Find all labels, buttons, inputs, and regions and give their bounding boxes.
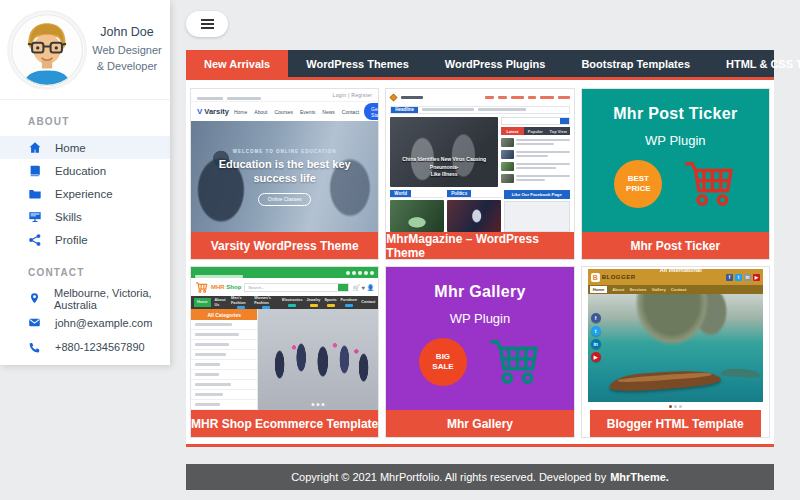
shop-nav-home: Home <box>194 298 211 307</box>
section-image <box>390 200 444 232</box>
contact-text: +880-1234567890 <box>55 341 145 353</box>
varsity-preview: Login | Register VVarsity HomeAboutCours… <box>191 89 378 232</box>
magazine-lower-sections: World Politics Like Our Facebook Page <box>390 190 569 232</box>
sidebar-item-home[interactable]: Home <box>0 136 170 159</box>
headline-badge: Headline <box>391 107 418 114</box>
profile-role-line1: Web Designer <box>92 42 162 59</box>
tab-wordpress-plugins[interactable]: WordPress Plugins <box>427 50 564 77</box>
copyright-text: Copyright © 2021 MhrPortfolio. All right… <box>291 471 606 483</box>
contact-location: Melbourne, Victoria, Australia <box>0 287 170 311</box>
phone-icon <box>28 340 42 354</box>
shopping-cart-icon <box>682 160 736 208</box>
varsity-topbar: Login | Register <box>191 89 378 102</box>
plugin-subheading: WP Plugin <box>450 311 510 326</box>
mhrmagazine-preview: Headline China Identifies New Virus Caus… <box>386 89 573 232</box>
tab-bootstrap-templates[interactable]: Bootstrap Templates <box>563 50 708 77</box>
shop-navbar: Home About Us Men's Fashion Women's Fash… <box>191 296 378 309</box>
varsity-headline: Education is the best keysuccess life <box>191 157 378 186</box>
big-sale-badge: BIGSALE <box>419 338 467 386</box>
tab-wordpress-themes[interactable]: WordPress Themes <box>288 50 427 77</box>
menu-button[interactable] <box>186 11 228 37</box>
card-title: Blogger HTML Template <box>590 410 761 437</box>
magazine-sidebar: Latest Popular Top View <box>501 117 570 186</box>
sidebar-item-experience[interactable]: Experience <box>0 182 170 205</box>
carousel-dots <box>312 403 325 406</box>
avatar-illustration <box>10 13 84 87</box>
section-image <box>447 200 501 232</box>
tab-html-css-templates[interactable]: HTML & CSS Templates <box>708 50 800 77</box>
blogger-logo: B BLOGGER <box>591 273 636 282</box>
magazine-featured-image: China Identifies New Virus Causing Pneum… <box>390 117 498 186</box>
varsity-get-started-button: Get Started <box>364 103 378 120</box>
floating-social-icons: f t in ▶ <box>591 313 601 362</box>
facebook-icon: f <box>726 274 733 281</box>
best-price-badge: BESTPRICE <box>614 160 662 208</box>
home-icon <box>28 141 42 155</box>
facebook-icon: f <box>591 313 601 323</box>
profile-role-line2: & Developer <box>92 58 162 75</box>
portfolio-card-mhr-shop[interactable]: MHR Shop Search... 🛒 ♥ 👤 Home About Us M… <box>190 266 379 438</box>
mhr-gallery-preview: Mhr Gallery WP Plugin BIGSALE <box>386 267 573 410</box>
shop-social-icons <box>346 271 374 275</box>
sidebar-item-label: Experience <box>55 188 113 200</box>
portfolio-grid: Login | Register VVarsity HomeAboutCours… <box>190 88 770 438</box>
folder-icon <box>28 187 42 201</box>
shop-logo-text: MHR Shop <box>211 284 241 290</box>
shop-header: MHR Shop Search... 🛒 ♥ 👤 <box>191 278 378 296</box>
magazine-facebook-widget: Like Our Facebook Page <box>504 190 570 232</box>
portfolio-panel: Login | Register VVarsity HomeAboutCours… <box>186 80 774 447</box>
magazine-logo-text <box>401 96 423 99</box>
card-title: Mhr Post Ticker <box>582 232 769 259</box>
sidebar-item-label: Home <box>55 142 86 154</box>
varsity-logo-icon: V <box>197 107 202 116</box>
carousel-dots <box>588 402 763 410</box>
blogger-hero-image: f t in ▶ <box>588 294 763 402</box>
sidebar-item-label: Skills <box>55 211 82 223</box>
magazine-tab-topview: Top View <box>547 127 570 135</box>
magazine-featured-caption: China Identifies New Virus Causing Pneum… <box>390 156 498 179</box>
plugin-heading: Mhr Post Ticker <box>613 105 737 123</box>
shopping-cart-icon <box>487 338 541 386</box>
sidebar-item-profile[interactable]: Profile <box>0 228 170 251</box>
card-title: Varsity WordPress Theme <box>191 232 378 259</box>
sidebar-item-label: Profile <box>55 234 88 246</box>
blogger-navbar: Home About Services Gallery Contact <box>588 285 763 294</box>
portfolio-card-mhr-post-ticker[interactable]: Mhr Post Ticker WP Plugin BESTPRICE Mhr … <box>581 88 770 260</box>
youtube-icon: ▶ <box>753 274 760 281</box>
card-title: MHR Shop Ecommerce Template <box>191 410 378 437</box>
hamburger-icon <box>201 19 214 29</box>
section-badge: Politics <box>447 190 471 197</box>
portfolio-card-mhrmagazine[interactable]: Headline China Identifies New Virus Caus… <box>385 88 574 260</box>
magazine-tabs: Latest Popular Top View <box>501 127 570 135</box>
category-tabs: New Arrivals WordPress Themes WordPress … <box>186 50 774 80</box>
plugin-graphics: BIGSALE <box>419 338 541 386</box>
blogger-header: B BLOGGER An InternationalBlogging Site … <box>588 269 763 285</box>
sidebar-item-education[interactable]: Education <box>0 159 170 182</box>
portfolio-card-varsity[interactable]: Login | Register VVarsity HomeAboutCours… <box>190 88 379 260</box>
contact-text: john@example.com <box>55 317 152 329</box>
varsity-eyebrow: WELCOME TO ONLINE EDUCATION <box>191 149 378 154</box>
magazine-section-politics: Politics <box>447 190 501 232</box>
contact-text: Melbourne, Victoria, Australia <box>54 287 170 311</box>
shop-categories-sidebar: All Categories <box>191 309 258 410</box>
shop-hero-image <box>258 309 378 410</box>
plugin-graphics: BESTPRICE <box>614 160 736 208</box>
shop-logo-cart-icon <box>195 282 208 293</box>
twitter-icon: t <box>591 326 601 336</box>
small-boat-illustration <box>721 368 760 378</box>
portfolio-card-mhr-gallery[interactable]: Mhr Gallery WP Plugin BIGSALE Mhr Galler… <box>385 266 574 438</box>
varsity-hero-image: WELCOME TO ONLINE EDUCATION Education is… <box>191 121 378 232</box>
footer: Copyright © 2021 MhrPortfolio. All right… <box>186 464 774 490</box>
tab-new-arrivals[interactable]: New Arrivals <box>186 50 288 77</box>
magazine-post-item <box>501 161 570 171</box>
varsity-navbar: VVarsity HomeAboutCoursesEventsNewsConta… <box>191 102 378 121</box>
profile-card: John Doe Web Designer & Developer <box>0 0 170 100</box>
contact-phone: +880-1234567890 <box>0 335 170 359</box>
sidebar-item-skills[interactable]: Skills <box>0 205 170 228</box>
contact-section-label: CONTACT <box>0 251 170 287</box>
shop-body: All Categories <box>191 309 378 410</box>
blogger-preview: B BLOGGER An InternationalBlogging Site … <box>582 267 769 410</box>
sidebar-item-label: Education <box>55 165 106 177</box>
mhr-shop-preview: MHR Shop Search... 🛒 ♥ 👤 Home About Us M… <box>191 267 378 410</box>
portfolio-card-blogger[interactable]: B BLOGGER An InternationalBlogging Site … <box>581 266 770 438</box>
